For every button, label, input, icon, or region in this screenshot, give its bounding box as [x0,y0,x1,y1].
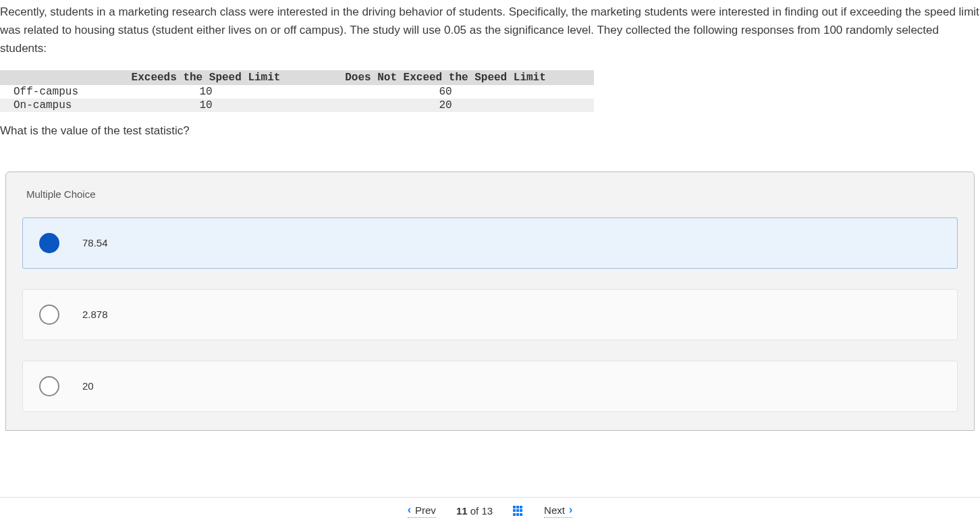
answer-option-3[interactable]: 20 [22,361,958,412]
cell-value: 20 [297,99,594,112]
next-button[interactable]: Next › [544,504,572,518]
next-label: Next [544,504,565,516]
answer-option-2[interactable]: 2.878 [22,289,958,340]
cell-value: 60 [297,85,594,99]
question-text: What is the value of the test statistic? [0,124,980,138]
row-label: On-campus [0,99,115,112]
cell-value: 10 [115,85,297,99]
answer-option-1[interactable]: 78.54 [22,217,958,269]
table-header-exceeds: Exceeds the Speed Limit [115,70,297,85]
grid-icon[interactable] [513,506,524,517]
radio-icon [39,376,59,396]
nav-of: of [470,505,479,517]
prev-button[interactable]: ‹ Prev [408,504,436,518]
table-header-not-exceeds: Does Not Exceed the Speed Limit [297,70,594,85]
row-label: Off-campus [0,85,115,99]
answer-panel: Multiple Choice 78.54 2.878 20 [5,172,975,431]
prev-label: Prev [415,504,436,516]
answer-option-label: 78.54 [82,237,108,248]
table-header-blank [0,70,115,85]
radio-selected-icon [39,233,59,253]
nav-total: 13 [481,505,493,517]
question-prompt: Recently, students in a marketing resear… [0,0,980,58]
chevron-left-icon: ‹ [408,504,411,516]
table-row: On-campus 10 20 [0,99,594,112]
nav-progress: 11 of 13 [456,505,493,517]
answer-heading: Multiple Choice [6,172,974,217]
radio-icon [39,305,59,325]
cell-value: 10 [115,99,297,112]
data-table: Exceeds the Speed Limit Does Not Exceed … [0,70,594,112]
nav-bar: ‹ Prev 11 of 13 Next › [0,497,980,524]
chevron-right-icon: › [569,504,572,516]
answer-option-label: 20 [82,380,94,392]
answer-option-label: 2.878 [82,309,108,320]
table-row: Off-campus 10 60 [0,85,594,99]
nav-current: 11 [456,505,468,517]
